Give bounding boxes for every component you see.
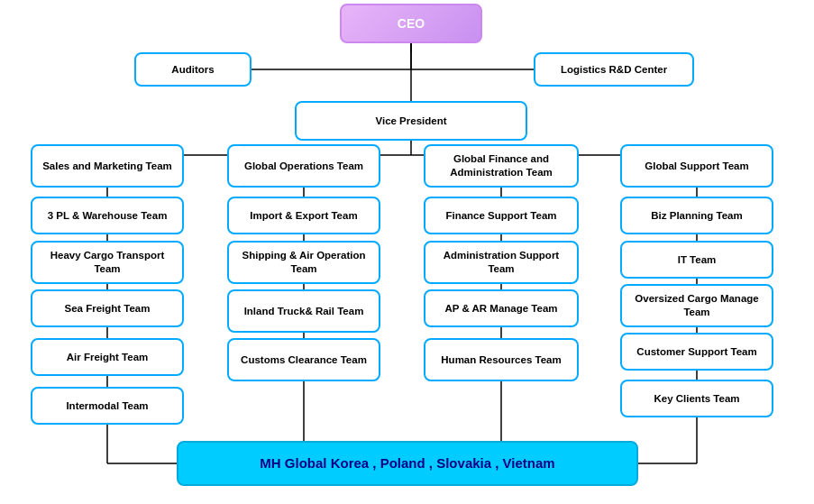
auditors-box: Auditors <box>134 52 252 87</box>
biz-planning-box: Biz Planning Team <box>620 197 773 234</box>
key-clients-box: Key Clients Team <box>620 380 773 417</box>
ap-ar-box: AP & AR Manage Team <box>424 289 579 327</box>
vp-box: Vice President <box>295 101 527 141</box>
shipping-air-box: Shipping & Air Operation Team <box>227 241 380 284</box>
import-export-box: Import & Export Team <box>227 197 380 234</box>
sea-freight-box: Sea Freight Team <box>31 289 184 327</box>
inland-truck-box: Inland Truck& Rail Team <box>227 289 380 333</box>
bottom-bar-box: MH Global Korea , Poland , Slovakia , Vi… <box>177 441 638 486</box>
human-resources-box: Human Resources Team <box>424 338 579 381</box>
global-support-box: Global Support Team <box>620 144 773 188</box>
oversized-cargo-box: Oversized Cargo Manage Team <box>620 284 773 327</box>
finance-support-box: Finance Support Team <box>424 197 579 234</box>
3pl-box: 3 PL & Warehouse Team <box>31 197 184 234</box>
global-ops-box: Global Operations Team <box>227 144 380 188</box>
customer-support-box: Customer Support Team <box>620 333 773 371</box>
org-chart: CEO Auditors Logistics R&D Center Vice P… <box>0 0 814 504</box>
rd-center-box: Logistics R&D Center <box>534 52 694 87</box>
air-freight-box: Air Freight Team <box>31 338 184 376</box>
global-finance-box: Global Finance and Administration Team <box>424 144 579 188</box>
intermodal-box: Intermodal Team <box>31 387 184 425</box>
admin-support-box: Administration Support Team <box>424 241 579 284</box>
customs-clearance-box: Customs Clearance Team <box>227 338 380 381</box>
heavy-cargo-box: Heavy Cargo Transport Team <box>31 241 184 284</box>
it-team-box: IT Team <box>620 241 773 279</box>
ceo-box: CEO <box>340 4 482 43</box>
sales-marketing-box: Sales and Marketing Team <box>31 144 184 188</box>
